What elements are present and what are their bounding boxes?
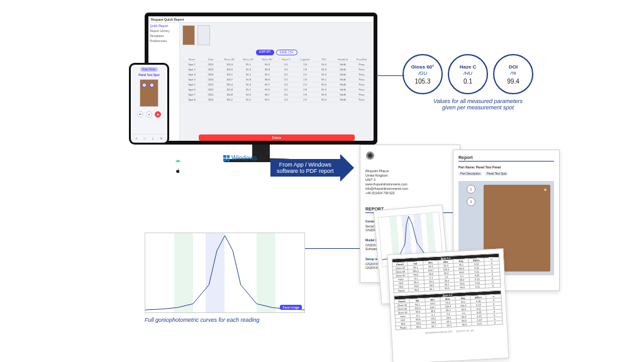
company-logo-icon: ✺ bbox=[365, 150, 455, 162]
phone-spot-1[interactable]: 1 bbox=[142, 83, 147, 87]
results-table: NameDateGloss 60°Gloss 20°Gloss 85°Haze … bbox=[180, 57, 374, 133]
connector-line-to-circles bbox=[376, 75, 404, 76]
phone-spot-2[interactable]: 2 bbox=[150, 83, 154, 87]
gonio-caption: Full goniophotometric curves for each re… bbox=[145, 317, 305, 323]
phone-delete-button[interactable]: ✖ bbox=[155, 111, 161, 118]
phone-nav-settings-icon[interactable]: ⚙ bbox=[160, 136, 162, 140]
table-row[interactable]: Spot 72024104.894.998.70.12.899.3Std APa… bbox=[182, 92, 371, 97]
mobile-platform-icons bbox=[175, 158, 181, 175]
value-circles: Gloss 60° /GU 105.3 Haze C /HU 0.1 DOI /… bbox=[402, 54, 533, 94]
table-row[interactable]: Spot 12024105.395.199.00.12.899.4Std APa… bbox=[182, 62, 371, 67]
smartphone: Free Scan Panel Test Spot 1 2 ↶ ✓ ✖ ≡ □ … bbox=[129, 63, 169, 145]
table-row[interactable]: Spot 42024104.794.898.60.12.899.2Std APa… bbox=[182, 77, 371, 82]
apple-icon bbox=[175, 168, 181, 175]
sidebar-item-templates[interactable]: Templates bbox=[150, 34, 178, 38]
windows-icon bbox=[223, 155, 230, 162]
circle-haze: Haze C /HU 0.1 bbox=[448, 54, 488, 94]
circle-caption: Values for all measured parameters given… bbox=[415, 98, 541, 111]
phone-confirm-button[interactable]: ✓ bbox=[146, 111, 152, 118]
sample-preview-strip bbox=[180, 23, 374, 48]
desktop-monitor: Request Quick Report Quick Report Report… bbox=[145, 13, 377, 160]
table-row[interactable]: Spot 22024104.995.098.80.12.899.3Std APa… bbox=[182, 67, 371, 72]
phone-nav-menu-icon[interactable]: ≡ bbox=[136, 136, 138, 140]
android-icon bbox=[175, 158, 181, 166]
phone-undo-button[interactable]: ↶ bbox=[137, 111, 143, 118]
goniophotometric-chart: Save Image bbox=[145, 233, 305, 313]
monitor-screen: Request Quick Report Quick Report Report… bbox=[148, 16, 374, 141]
table-row[interactable]: Spot 62024105.095.199.00.12.899.4Std APa… bbox=[182, 87, 371, 92]
sample-swatch-1[interactable] bbox=[182, 25, 195, 45]
phone-screen: Free Scan Panel Test Spot 1 2 ↶ ✓ ✖ ≡ □ … bbox=[131, 65, 167, 143]
monitor-bezel: Request Quick Report Quick Report Report… bbox=[145, 13, 377, 145]
phone-nav-panels-icon[interactable]: □ bbox=[143, 136, 145, 140]
table-row[interactable]: Spot 82024105.295.299.10.12.999.4Std APa… bbox=[182, 97, 371, 102]
sidebar-item-library[interactable]: Report Library bbox=[150, 29, 178, 33]
phone-navbar: ≡ □ ⤓ ⚙ bbox=[133, 134, 165, 140]
sidebar-item-preferences[interactable]: Preferences bbox=[150, 39, 178, 43]
report-page-table: Spot A-1ParamValMinMaxAvgStDevnGloss 209… bbox=[387, 248, 509, 362]
phone-mode-chip[interactable]: Free Scan bbox=[140, 67, 158, 72]
flow-arrow: From App / Windows software to PDF repor… bbox=[270, 154, 354, 182]
export-button[interactable]: EXPORT bbox=[256, 50, 274, 55]
table-row[interactable]: Spot 52024105.495.399.20.12.999.5Std APa… bbox=[182, 82, 371, 87]
save-csv-button[interactable]: SAVE CSV bbox=[276, 50, 297, 55]
phone-panel-preview[interactable]: 1 2 bbox=[140, 79, 158, 107]
pdf-report-stack: ✺ Rhopoint PharosUnited KingdomUNIT 3www… bbox=[352, 145, 560, 358]
save-image-button[interactable]: Save Image bbox=[280, 305, 302, 310]
table-row[interactable]: Spot 32024105.195.299.10.12.999.4Std APa… bbox=[182, 72, 371, 77]
sidebar-item-quick-report[interactable]: Quick Report bbox=[150, 24, 178, 28]
phone-nav-export-icon[interactable]: ⤓ bbox=[152, 136, 154, 140]
windows-label: Windows bbox=[223, 155, 257, 162]
circle-doi: DOI /% 99.4 bbox=[493, 54, 533, 94]
delete-button[interactable]: Delete bbox=[199, 134, 355, 141]
circle-gloss60: Gloss 60° /GU 105.3 bbox=[402, 54, 443, 94]
app-title: Request Quick Report bbox=[148, 16, 374, 23]
phone-panel-title: Panel Test Spot bbox=[138, 73, 160, 77]
sample-swatch-2[interactable] bbox=[197, 25, 210, 45]
